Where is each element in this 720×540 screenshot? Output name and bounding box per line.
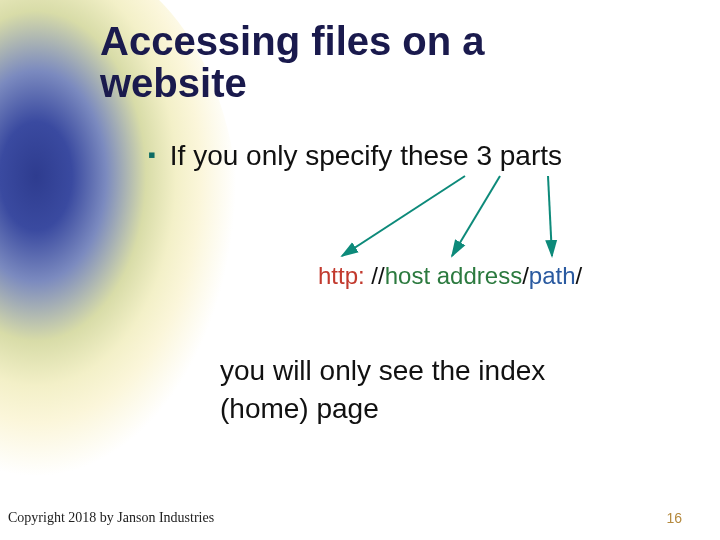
svg-line-1 — [452, 176, 500, 256]
svg-line-0 — [342, 176, 465, 256]
url-protocol: http: — [318, 262, 365, 289]
body-line-1: you will only see the index — [220, 355, 545, 386]
title-line-2: website — [100, 61, 247, 105]
bullet-item: ▪ If you only specify these 3 parts — [148, 140, 562, 172]
url-sep3: / — [576, 262, 583, 289]
bullet-square-icon: ▪ — [148, 140, 156, 171]
url-example: http: //host address/path/ — [318, 262, 582, 290]
url-path: path — [529, 262, 576, 289]
title-line-1: Accessing files on a — [100, 19, 485, 63]
svg-line-2 — [548, 176, 552, 256]
body-paragraph: you will only see the index (home) page — [220, 352, 545, 428]
url-sep1: // — [365, 262, 385, 289]
url-sep2: / — [522, 262, 529, 289]
copyright-text: Copyright 2018 by Janson Industries — [8, 510, 214, 526]
body-line-2: (home) page — [220, 393, 379, 424]
url-host: host address — [385, 262, 522, 289]
page-number: 16 — [666, 510, 682, 526]
slide-content: Accessing files on a website ▪ If you on… — [0, 0, 720, 540]
bullet-text: If you only specify these 3 parts — [170, 140, 562, 172]
slide-title: Accessing files on a website — [100, 20, 485, 104]
